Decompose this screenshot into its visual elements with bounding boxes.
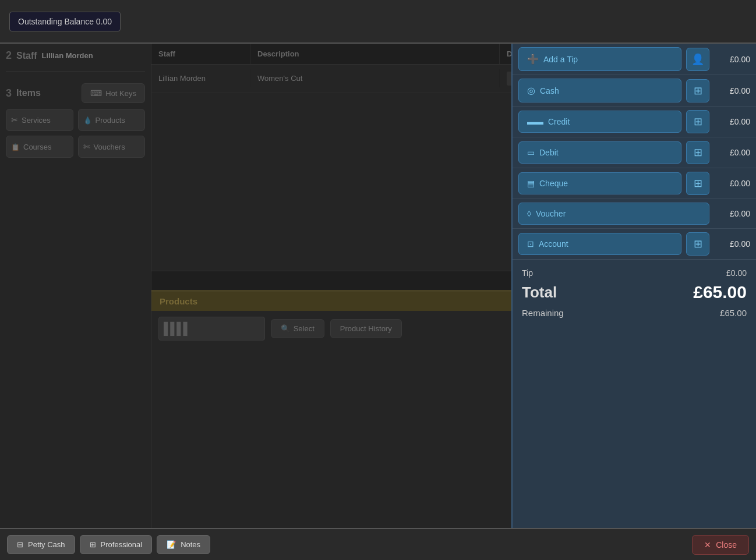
account-amount: £0.00 [715, 239, 750, 249]
tip-total-row: Tip £0.00 [522, 268, 747, 278]
cash-icon: ◎ [527, 85, 535, 96]
cheque-calc-icon: ⊞ [694, 177, 702, 190]
select-button[interactable]: 🔍 Select [271, 319, 324, 338]
staff-name: Lillian Morden [42, 51, 93, 60]
remaining-row: Remaining £65.00 [522, 308, 747, 318]
tip-amount: £0.00 [715, 55, 750, 64]
debit-button[interactable]: ▭ Debit [518, 141, 681, 164]
tip-calc-button[interactable]: 👤 [686, 48, 709, 71]
category-grid: Services Products Courses Vouchers [6, 109, 145, 158]
debit-icon: ▭ [527, 148, 535, 157]
debit-calc-icon: ⊞ [694, 146, 702, 159]
voucher-amount: £0.00 [715, 209, 750, 218]
voucher-button[interactable]: ◊ Voucher [518, 203, 709, 225]
tip-calc-icon: 👤 [691, 53, 704, 66]
close-button[interactable]: ✕ Close [692, 535, 749, 555]
account-button[interactable]: ⊡ Account [518, 233, 681, 255]
debit-row: ▭ Debit ⊞ £0.00 [513, 137, 756, 168]
account-calc-icon: ⊞ [694, 238, 702, 250]
vouchers-button[interactable]: Vouchers [78, 136, 146, 158]
cash-calc-button[interactable]: ⊞ [686, 79, 709, 102]
staff-number: 2 [6, 49, 12, 62]
totals-section: Tip £0.00 Total £65.00 Remaining £65.00 [513, 260, 756, 326]
tip-icon: ➕ [527, 54, 539, 65]
left-panel: 2 Staff Lillian Morden 3 Items Hot Keys … [0, 44, 151, 528]
notes-button[interactable]: 📝 Notes [157, 535, 210, 554]
total-value: £65.00 [693, 282, 747, 302]
account-calc-button[interactable]: ⊞ [686, 232, 709, 256]
debit-amount: £0.00 [715, 148, 750, 157]
th-staff: Staff [151, 44, 250, 64]
notes-icon: 📝 [167, 540, 176, 549]
cheque-row: ▤ Cheque ⊞ £0.00 [513, 168, 756, 199]
product-history-button[interactable]: Product History [330, 319, 402, 338]
credit-amount: £0.00 [715, 117, 750, 126]
cheque-calc-button[interactable]: ⊞ [686, 172, 709, 195]
staff-section: 2 Staff Lillian Morden [6, 49, 145, 72]
cheque-icon: ▤ [527, 179, 535, 188]
credit-calc-button[interactable]: ⊞ [686, 110, 709, 133]
cash-calc-icon: ⊞ [694, 84, 702, 97]
bottom-bar: ⊟ Petty Cash ⊞ Professional 📝 Notes ✕ Cl… [0, 528, 756, 560]
payment-panel: ➕ Add a Tip 👤 £0.00 ◎ Cash ⊞ £0.00 ▬▬ Cr… [511, 44, 756, 528]
td-description: Women's Cut [250, 69, 500, 87]
products-icon [83, 116, 92, 125]
total-label: Total [522, 283, 557, 302]
credit-button[interactable]: ▬▬ Credit [518, 111, 681, 133]
total-row: Total £65.00 [522, 282, 747, 302]
services-icon [11, 115, 18, 125]
account-icon: ⊡ [527, 239, 534, 249]
items-label: Items [16, 88, 41, 98]
credit-icon: ▬▬ [527, 117, 543, 126]
cash-amount: £0.00 [715, 86, 750, 95]
products-button[interactable]: Products [78, 109, 146, 131]
staff-label: Staff [16, 51, 37, 61]
bottom-left-buttons: ⊟ Petty Cash ⊞ Professional 📝 Notes [7, 535, 210, 554]
courses-button[interactable]: Courses [6, 136, 73, 158]
cheque-button[interactable]: ▤ Cheque [518, 172, 681, 194]
voucher-row: ◊ Voucher £0.00 [513, 199, 756, 229]
add-tip-row: ➕ Add a Tip 👤 £0.00 [513, 44, 756, 75]
petty-cash-button[interactable]: ⊟ Petty Cash [7, 535, 75, 554]
items-number: 3 [6, 87, 12, 100]
vouchers-icon [83, 142, 90, 151]
barcode-input[interactable] [190, 320, 260, 338]
cash-button[interactable]: ◎ Cash [518, 79, 681, 102]
barcode-icon: ▌▌▌▌ [164, 322, 190, 335]
debit-calc-button[interactable]: ⊞ [686, 141, 709, 164]
add-tip-button[interactable]: ➕ Add a Tip [518, 47, 681, 71]
petty-cash-icon: ⊟ [17, 540, 23, 549]
barcode-area: ▌▌▌▌ [158, 317, 265, 341]
voucher-icon: ◊ [527, 209, 531, 218]
close-icon: ✕ [704, 540, 711, 550]
courses-icon [11, 143, 20, 151]
outstanding-balance: Outstanding Balance 0.00 [9, 12, 121, 31]
cash-row: ◎ Cash ⊞ £0.00 [513, 75, 756, 107]
td-staff-name: Lillian Morden [151, 69, 250, 87]
cheque-amount: £0.00 [715, 179, 750, 188]
professional-button[interactable]: ⊞ Professional [80, 535, 153, 554]
services-button[interactable]: Services [6, 109, 73, 131]
search-icon: 🔍 [281, 324, 290, 333]
account-row: ⊡ Account ⊞ £0.00 [513, 229, 756, 260]
items-header-row: 3 Items Hot Keys [6, 83, 145, 103]
th-description: Description [250, 44, 500, 64]
professional-icon: ⊞ [90, 540, 96, 549]
credit-calc-icon: ⊞ [694, 115, 702, 128]
hotkeys-icon [90, 88, 102, 98]
credit-row: ▬▬ Credit ⊞ £0.00 [513, 107, 756, 137]
items-section: 3 Items Hot Keys Services Products [6, 83, 145, 158]
hot-keys-button[interactable]: Hot Keys [82, 83, 145, 103]
top-bar: Outstanding Balance 0.00 [0, 0, 756, 44]
